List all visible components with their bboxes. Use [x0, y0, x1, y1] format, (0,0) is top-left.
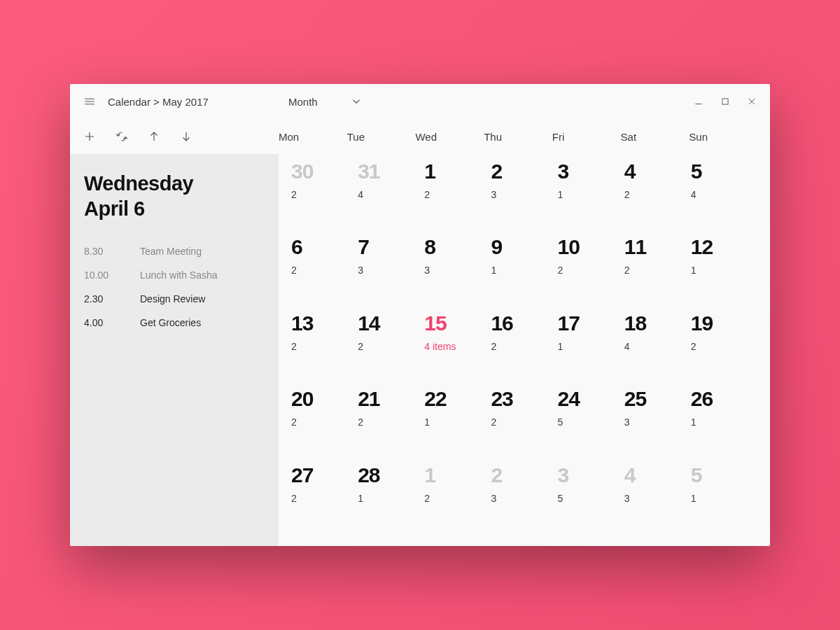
calendar-day-cell[interactable]: 162 — [491, 309, 557, 384]
minimize-button[interactable] — [693, 96, 704, 107]
calendar-day-number: 17 — [558, 313, 624, 334]
calendar-day-cell[interactable]: 12 — [424, 461, 491, 536]
agenda-item-time: 10.00 — [84, 270, 136, 281]
calendar-day-number: 2 — [491, 465, 557, 486]
calendar-day-cell[interactable]: 31 — [558, 157, 624, 232]
calendar-day-number: 2 — [491, 161, 557, 182]
calendar-day-cell[interactable]: 42 — [624, 157, 691, 232]
calendar-day-number: 16 — [491, 313, 557, 334]
calendar-day-count: 4 items — [424, 341, 491, 352]
calendar-day-number: 31 — [358, 161, 424, 182]
calendar-day-cell[interactable]: 253 — [624, 384, 691, 460]
calendar-day-number: 10 — [558, 237, 624, 258]
calendar-day-cell[interactable]: 62 — [291, 232, 358, 308]
calendar-day-count: 2 — [291, 416, 358, 428]
calendar-day-cell[interactable]: 212 — [358, 384, 424, 460]
calendar-day-count: 3 — [491, 189, 557, 200]
view-selector-label: Month — [288, 96, 318, 108]
calendar-day-cell[interactable]: 54 — [691, 157, 757, 232]
weekday-header: Fri — [552, 131, 621, 143]
calendar-day-cell[interactable]: 192 — [691, 309, 757, 384]
maximize-button[interactable] — [720, 96, 731, 107]
selected-day-title: Wednesday April 6 — [84, 171, 265, 222]
calendar-grid: 3023141223314254627383911021121211321421… — [279, 154, 770, 546]
calendar-day-count: 1 — [558, 189, 624, 200]
prev-button[interactable] — [147, 130, 161, 144]
calendar-day-count: 2 — [358, 416, 424, 428]
agenda-list: 8.30Team Meeting10.00Lunch with Sasha2.3… — [84, 246, 265, 328]
calendar-day-number: 23 — [491, 388, 557, 410]
calendar-day-number: 24 — [558, 388, 624, 410]
svg-rect-4 — [722, 99, 728, 104]
calendar-day-cell[interactable]: 281 — [358, 461, 424, 536]
calendar-day-number: 5 — [691, 161, 757, 182]
calendar-day-count: 3 — [491, 493, 557, 504]
view-selector[interactable]: Month — [288, 95, 363, 108]
agenda-item[interactable]: 8.30Team Meeting — [84, 246, 265, 257]
calendar-day-cell[interactable]: 132 — [291, 309, 358, 384]
calendar-day-cell[interactable]: 142 — [358, 309, 424, 384]
calendar-day-count: 2 — [291, 189, 358, 200]
calendar-day-cell[interactable]: 232 — [491, 384, 557, 460]
calendar-day-cell[interactable]: 112 — [624, 232, 691, 308]
calendar-day-cell[interactable]: 12 — [424, 157, 491, 232]
calendar-day-count: 2 — [358, 341, 424, 352]
calendar-day-count: 3 — [424, 265, 491, 276]
add-event-button[interactable] — [83, 130, 97, 144]
calendar-day-count: 5 — [558, 493, 624, 504]
calendar-day-count: 2 — [558, 265, 624, 276]
calendar-day-cell[interactable]: 91 — [491, 232, 557, 308]
calendar-day-cell[interactable]: 171 — [558, 309, 624, 384]
calendar-day-cell[interactable]: 23 — [491, 157, 557, 232]
calendar-day-cell[interactable]: 121 — [691, 232, 757, 308]
calendar-day-cell[interactable]: 83 — [424, 232, 491, 308]
calendar-day-cell[interactable]: 43 — [624, 461, 691, 536]
menu-icon[interactable] — [83, 94, 97, 108]
calendar-day-count: 1 — [691, 265, 757, 276]
calendar-day-number: 18 — [624, 313, 691, 334]
weekday-header-row: MonTueWedThuFriSatSun — [279, 131, 757, 143]
selected-day-weekday: Wednesday — [84, 172, 193, 195]
next-button[interactable] — [179, 130, 193, 144]
breadcrumb[interactable]: Calendar > May 2017 — [108, 96, 209, 108]
calendar-day-count: 3 — [358, 265, 424, 276]
calendar-day-cell[interactable]: 23 — [491, 461, 557, 536]
agenda-item[interactable]: 2.30Design Review — [84, 293, 265, 304]
calendar-day-number: 26 — [691, 388, 757, 410]
weekday-header: Tue — [347, 131, 416, 143]
agenda-item[interactable]: 4.00Get Groceries — [84, 317, 265, 328]
calendar-day-cell[interactable]: 184 — [624, 309, 691, 384]
toolbar-row: MonTueWedThuFriSatSun — [70, 119, 770, 154]
calendar-day-cell[interactable]: 202 — [291, 384, 358, 460]
calendar-day-cell[interactable]: 302 — [291, 157, 358, 232]
calendar-day-count: 1 — [691, 416, 757, 428]
weekday-header: Sun — [689, 131, 757, 143]
calendar-day-cell[interactable]: 35 — [558, 461, 624, 536]
calendar-day-cell[interactable]: 261 — [691, 384, 757, 460]
weekday-header: Mon — [279, 131, 347, 143]
calendar-day-cell[interactable]: 51 — [691, 461, 757, 536]
arrow-down-icon — [180, 130, 192, 143]
calendar-day-count: 2 — [624, 189, 691, 200]
agenda-item[interactable]: 10.00Lunch with Sasha — [84, 270, 265, 281]
calendar-day-number: 22 — [424, 388, 491, 410]
calendar-day-cell[interactable]: 221 — [424, 384, 491, 460]
calendar-day-count: 2 — [624, 265, 691, 276]
calendar-day-number: 6 — [291, 237, 358, 258]
calendar-day-cell[interactable]: 102 — [558, 232, 624, 308]
calendar-day-count: 1 — [558, 341, 624, 352]
agenda-item-time: 2.30 — [84, 293, 136, 304]
sync-button[interactable] — [115, 130, 129, 144]
calendar-day-cell[interactable]: 314 — [358, 157, 424, 232]
arrow-up-icon — [148, 130, 160, 143]
calendar-day-count: 2 — [291, 493, 358, 504]
calendar-day-number: 9 — [491, 237, 557, 258]
calendar-day-cell[interactable]: 154 items — [424, 309, 491, 384]
close-button[interactable] — [746, 96, 757, 107]
calendar-day-cell[interactable]: 245 — [558, 384, 624, 460]
calendar-day-number: 19 — [691, 313, 757, 334]
calendar-day-cell[interactable]: 73 — [358, 232, 424, 308]
calendar-day-cell[interactable]: 272 — [291, 461, 358, 536]
calendar-day-number: 27 — [291, 465, 358, 486]
titlebar: Calendar > May 2017 Month — [70, 84, 770, 119]
